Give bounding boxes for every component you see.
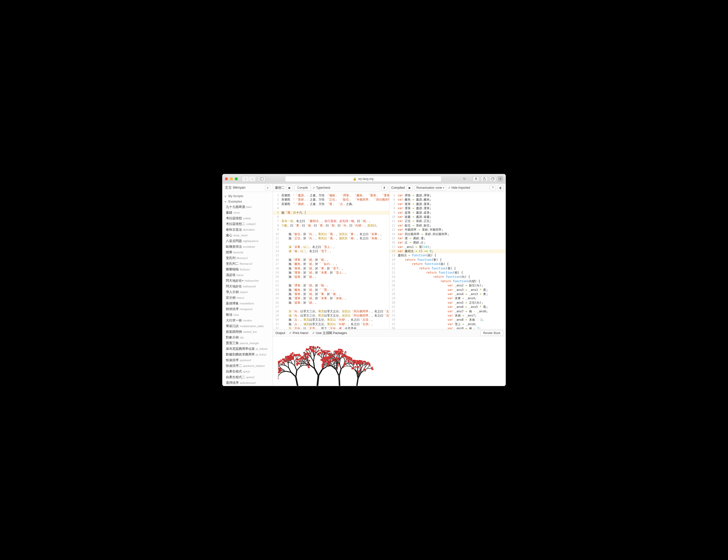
sidebar-item-en: macro [237,296,245,299]
sidebar-item-pi_liuhui[interactable]: 劉徽割圓術求圓周率pi_liuhui [223,352,273,357]
output-header: Output ✓ Print Hanzi ✓ Use 文淵閣 Packages … [273,329,505,337]
download-source-button[interactable]: ⬇ [381,185,387,190]
sidebar-item-fibonacci2[interactable]: 斐氏列二fibonacci2 [223,261,273,267]
sidebar-item-divination[interactable]: 春秋古筮法divination [223,227,273,233]
svg-point-572 [286,359,287,360]
share-icon[interactable] [481,176,488,182]
compiled-line: 5var 擇筆 = 畫譜.擇筆; [389,193,506,198]
sidebar-item-clock[interactable]: 畫鐘clock [223,210,273,216]
sidebar-item-en: obj [240,336,244,339]
sidebar-item-mergesort[interactable]: 歸併排序mergesort [223,306,273,312]
sidebar-item-pascal_triangle[interactable]: 賈憲三角pascal_triangle [223,340,273,346]
svg-point-2817 [343,367,344,368]
svg-point-2542 [339,351,340,352]
source-line: 30 施「占」。乘其以零又五分。乘其以「向變」。名之曰「左歪」。 [273,318,389,322]
use-packages-toggle[interactable]: ✓ Use 文淵閣 Packages [312,331,347,335]
compiled-line: 30 var _ans5 = 正弦(向); [389,301,506,305]
tabs-icon[interactable] [489,176,496,182]
reload-icon[interactable]: ↻ [461,176,467,182]
run-button[interactable]: ▶ [287,185,293,190]
source-line: 6 [273,215,389,219]
sidebar-item-en: helloworld+ [245,279,259,282]
sidebar-item-selectionsort[interactable]: 選擇排序selectionsort [223,380,273,386]
sidebar-item-zh: 八皇后問題 [226,239,242,243]
svg-point-2538 [340,349,342,350]
sidebar-item-import[interactable]: 導入示例import [223,289,273,295]
sidebar-toggle-icon[interactable] [258,176,265,182]
svg-point-1961 [325,361,326,362]
url-bar[interactable]: 🔒 wy-lang.org [285,176,441,182]
sidebar-item-eightqueens[interactable]: 八皇后問題eightqueens [223,238,273,244]
sidebar-item-factorial[interactable]: 階乘factorial [223,250,273,255]
source-line: 20 施「提筆」於「紙」。 [273,275,389,279]
minimize-window-button[interactable] [230,177,233,180]
source-line: 9 [273,228,389,232]
run-compiled-button[interactable]: ▶ [407,185,412,190]
sidebar-item-fibonacci[interactable]: 斐氏列fibonacci [223,255,273,261]
close-window-button[interactable] [225,177,228,180]
theme-toggle-button[interactable]: ◐ [498,185,503,190]
typecheck-toggle[interactable]: ✓ Typecheck [313,186,330,189]
sidebar-item-helloworld[interactable]: 問天地好在helloworld [223,284,273,289]
svg-point-2826 [343,364,345,366]
print-hanzi-toggle[interactable]: ✓ Print Hanzi [289,331,308,335]
sidebar-item-quine[interactable]: 自產生程式quine [223,369,273,374]
titlebar: ‹ › 🔒 wy-lang.org ↻ ⬇ + [223,174,505,184]
svg-point-2720 [351,357,352,359]
source-editor-header: 畫樹二 ▶ Compile ✓ Typecheck ⬇ [273,184,389,192]
svg-point-3093 [362,362,363,364]
sidebar-item-mandelbrot[interactable]: 曼德博集mandelbrot [223,301,273,306]
sidebar-item-quicksort[interactable]: 快速排序quicksort [223,357,273,363]
new-tab-button[interactable]: + [498,176,503,182]
source-line: 10 施「餘弦」於「向」。乘其以「長」。加其以「東」。名之曰「末東」。 [273,232,389,236]
compile-button[interactable]: Compile [295,185,311,190]
svg-point-2788 [354,364,355,365]
sidebar-group-myscripts[interactable]: My Scripts [223,193,273,199]
forward-button[interactable]: › [249,176,256,182]
download-icon[interactable]: ⬇ [472,176,479,182]
sidebar-item-helloworld+[interactable]: 問天地好在+helloworld+ [223,278,273,284]
sidebar-item-modinv[interactable]: 大衍求一術modinv [223,318,273,323]
sidebar-item-en: nested_fun [243,330,257,333]
svg-point-2569 [342,351,343,352]
fullscreen-window-button[interactable] [235,177,238,180]
sidebar-item-misc[interactable]: 雜項misc [223,312,273,318]
back-button[interactable]: ‹ [242,176,249,182]
sidebar-item-en: quicksort_inplace [243,364,265,367]
help-button[interactable]: ? [490,185,496,190]
sidebar-item-beer[interactable]: 九十九瓶啤酒beer [223,204,273,210]
sidebar-item-fizzbuzz[interactable]: 嘶嘶嗡嗡fizzbuzz [223,267,273,272]
sidebar-item-euclidean[interactable]: 歐幾里得法euclidean [223,244,273,250]
sidebar-item-en: quine [243,370,250,373]
sidebar-item-pi_leibniz[interactable]: 萊布尼茲圓周率估算pi_leibniz [223,346,273,352]
sidebar-group-examples[interactable]: Examples [223,199,273,204]
sidebar-item-quicksort_inplace[interactable]: 快速排序二quicksort_inplace [223,363,273,369]
sidebar-item-collatz[interactable]: 考拉茲猜想collatz [223,216,273,221]
sidebar-item-obj[interactable]: 對象示例obj [223,335,273,340]
sidebar-item-quine2[interactable]: 自產生程式二quine2 [223,374,273,380]
source-code-body[interactable]: 1吾嘗觀 「「畫譜」」之書。方悟 「備紙」 「擇筆」 「蘸色」 「落筆」 「運筆… [273,192,389,329]
render-book-button[interactable]: Render Book [480,330,503,336]
source-line: 26 施「提筆」於「紙」。 [273,301,389,305]
svg-line-518 [295,366,297,371]
app-content: 文言 Wenyan + My Scripts Examples 九十九瓶啤酒be… [223,184,505,386]
sidebar-item-collatz2[interactable]: 考拉茲猜想二collatz2 [223,221,273,227]
sidebar-list[interactable]: My Scripts Examples 九十九瓶啤酒beer畫鐘clock考拉茲… [223,192,273,386]
svg-point-1389 [321,354,322,355]
sidebar-item-macro[interactable]: 宏示例macro [223,295,273,301]
sidebar-item-draw_heart[interactable]: 畫心draw_heart [223,233,273,238]
sidebar-item-nested_fun[interactable]: 嵌套調用例nested_fun [223,329,273,335]
compiled-line: 32 var _ans7 = 南 - _ans6; [389,309,506,314]
svg-line-516 [296,371,297,377]
hide-imported-toggle[interactable]: ✓ Hide Imported [448,186,470,189]
svg-point-703 [297,354,298,355]
compiled-line: 26 var _ans2 = 餘弦(向); [389,283,506,288]
svg-point-2618 [343,355,345,357]
sidebar-item-hanoi[interactable]: 漢諾塔hanoi [223,272,273,278]
add-script-button[interactable]: + [265,185,270,190]
romanization-select[interactable]: Romanization none ▾ [414,185,446,190]
source-line: 15 [273,253,389,258]
compiled-code-body[interactable]: 5var 擇筆 = 畫譜.擇筆;6var 蘸色 = 畫譜.蘸色;7var 落筆 … [389,192,506,329]
svg-point-1945 [323,360,324,361]
sidebar-item-multiplication_table[interactable]: 乘算口訣multiplication_table [223,323,273,329]
